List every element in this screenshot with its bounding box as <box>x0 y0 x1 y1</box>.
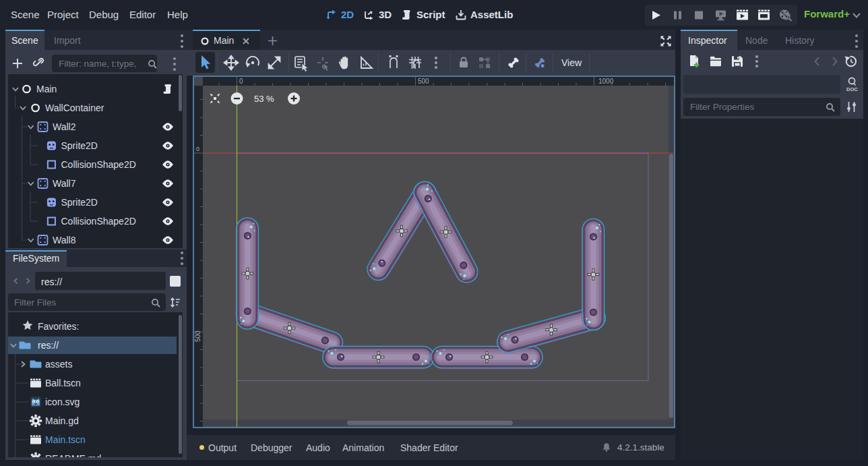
svg-text:CollisionShape2D: CollisionShape2D <box>61 216 136 227</box>
svg-text:0: 0 <box>196 146 199 152</box>
svg-text:Main.tscn: Main.tscn <box>45 434 86 445</box>
svg-text:Wall2: Wall2 <box>53 121 76 132</box>
svg-text:CollisionShape2D: CollisionShape2D <box>61 159 136 170</box>
svg-text:Favorites:: Favorites: <box>38 321 79 332</box>
svg-text:500: 500 <box>418 78 429 85</box>
svg-text:icon.svg: icon.svg <box>45 397 80 407</box>
svg-text:res://: res:// <box>38 340 59 351</box>
svg-text:View: View <box>561 57 582 68</box>
svg-text:README.md: README.md <box>45 453 101 457</box>
svg-text:0: 0 <box>239 78 243 85</box>
svg-text:Sprite2D: Sprite2D <box>61 140 98 151</box>
svg-text:Main: Main <box>36 84 57 94</box>
svg-text:Ball.tscn: Ball.tscn <box>45 378 81 388</box>
svg-text:WallContainer: WallContainer <box>45 103 104 113</box>
svg-text:Main.gd: Main.gd <box>45 415 79 426</box>
svg-text:53 %: 53 % <box>254 94 274 104</box>
svg-text:500: 500 <box>194 330 202 342</box>
svg-text:Wall7: Wall7 <box>53 178 76 189</box>
svg-text:Sprite2D: Sprite2D <box>61 197 98 208</box>
svg-text:Wall8: Wall8 <box>53 235 76 245</box>
svg-text:1000: 1000 <box>598 78 614 85</box>
svg-text:DOC: DOC <box>846 86 858 92</box>
svg-text:assets: assets <box>45 359 72 370</box>
